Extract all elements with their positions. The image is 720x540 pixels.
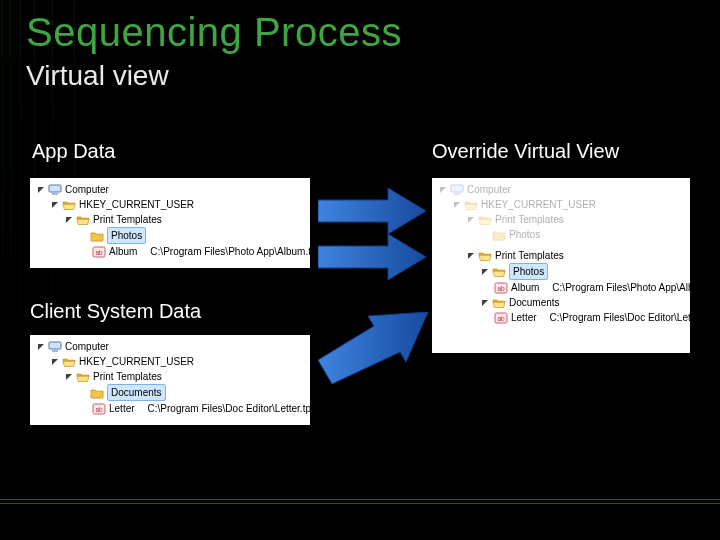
reg-string-icon	[494, 282, 508, 294]
tree-row[interactable]: Documents	[436, 295, 686, 310]
slide: Sequencing Process Virtual view App Data…	[0, 0, 720, 540]
folder-icon	[492, 229, 506, 241]
node-label: Print Templates	[495, 248, 564, 263]
reg-string-icon	[494, 312, 508, 324]
node-label: Print Templates	[93, 369, 162, 384]
folder-open-icon	[76, 371, 90, 383]
tree-row[interactable]: Documents	[34, 384, 306, 401]
node-label: HKEY_CURRENT_USER	[79, 197, 194, 212]
slide-title: Sequencing Process	[26, 10, 402, 55]
tree-row[interactable]: Photos	[436, 263, 686, 280]
arrow-icon	[318, 186, 428, 236]
tree-row[interactable]: Print Templates	[436, 212, 686, 227]
folder-open-icon	[492, 266, 506, 278]
chevron-down-icon[interactable]	[452, 201, 461, 209]
tree-client-system-data: Computer HKEY_CURRENT_USER Print Templat…	[30, 335, 310, 425]
node-label: HKEY_CURRENT_USER	[481, 197, 596, 212]
computer-icon	[48, 184, 62, 196]
node-label: Photos	[509, 227, 540, 242]
tree-row[interactable]: HKEY_CURRENT_USER	[436, 197, 686, 212]
value-name: Letter	[109, 401, 135, 416]
chevron-down-icon[interactable]	[466, 252, 475, 260]
chevron-down-icon[interactable]	[50, 201, 59, 209]
tree-row[interactable]: HKEY_CURRENT_USER	[34, 197, 306, 212]
chevron-down-icon[interactable]	[438, 186, 447, 194]
chevron-down-icon[interactable]	[50, 358, 59, 366]
value-data: C:\Program Files\Doc Editor\Letter.tpl	[148, 401, 314, 416]
tree-row[interactable]: Print Templates	[34, 212, 306, 227]
node-label: HKEY_CURRENT_USER	[79, 354, 194, 369]
tree-row[interactable]: Computer	[436, 182, 686, 197]
tree-row[interactable]: Letter C:\Program Files\Doc Editor\Lette…	[34, 401, 306, 416]
chevron-down-icon[interactable]	[466, 216, 475, 224]
chevron-down-icon[interactable]	[480, 268, 489, 276]
value-name: Album	[109, 244, 137, 259]
folder-open-icon	[478, 250, 492, 262]
tree-app-data: Computer HKEY_CURRENT_USER Print Templat…	[30, 178, 310, 268]
folder-open-icon	[464, 199, 478, 211]
reg-string-icon	[92, 403, 106, 415]
tree-row[interactable]: Print Templates	[34, 369, 306, 384]
tree-override-virtual-view: Computer HKEY_CURRENT_USER Print Templat…	[432, 178, 690, 353]
tree-row[interactable]: Photos	[436, 227, 686, 242]
node-label: Print Templates	[495, 212, 564, 227]
reg-string-icon	[92, 246, 106, 258]
tree-row[interactable]: Album C:\Program Files\Photo App\Album.t…	[436, 280, 686, 295]
tree-row[interactable]: Print Templates	[436, 248, 686, 263]
chevron-down-icon[interactable]	[36, 186, 45, 194]
folder-open-icon	[478, 214, 492, 226]
node-label: Print Templates	[93, 212, 162, 227]
tree-row[interactable]: Letter C:\Program Files\Doc Editor\Lette…	[436, 310, 686, 325]
tree-row[interactable]: Photos	[34, 227, 306, 244]
value-name: Letter	[511, 310, 537, 325]
chevron-down-icon[interactable]	[36, 343, 45, 351]
folder-open-icon	[62, 199, 76, 211]
tree-row[interactable]: HKEY_CURRENT_USER	[34, 354, 306, 369]
label-app-data: App Data	[32, 140, 115, 163]
footer-rule	[0, 499, 720, 504]
arrow-icon	[318, 232, 428, 282]
label-client-system-data: Client System Data	[30, 300, 201, 323]
folder-icon	[90, 230, 104, 242]
arrow-up-icon	[318, 312, 430, 384]
folder-open-icon	[62, 356, 76, 368]
value-data: C:\Program Files\Doc Editor\Letter.tpl	[550, 310, 716, 325]
value-name: Album	[511, 280, 539, 295]
value-data: C:\Program Files\Photo App\Album.tpl	[150, 244, 318, 259]
tree-row[interactable]: Album C:\Program Files\Photo App\Album.t…	[34, 244, 306, 259]
tree-row[interactable]: Computer	[34, 182, 306, 197]
chevron-down-icon[interactable]	[64, 216, 73, 224]
computer-icon	[48, 341, 62, 353]
folder-open-icon	[76, 214, 90, 226]
node-label: Documents	[509, 295, 560, 310]
value-data: C:\Program Files\Photo App\Album.tpl	[552, 280, 720, 295]
label-override-virtual-view: Override Virtual View	[432, 140, 619, 163]
node-label-selected: Photos	[509, 263, 548, 280]
node-label-selected: Documents	[107, 384, 166, 401]
folder-open-icon	[492, 297, 506, 309]
slide-subtitle: Virtual view	[26, 60, 169, 92]
node-label: Computer	[65, 339, 109, 354]
node-label: Computer	[467, 182, 511, 197]
node-label: Computer	[65, 182, 109, 197]
folder-icon	[90, 387, 104, 399]
chevron-down-icon[interactable]	[480, 299, 489, 307]
chevron-down-icon[interactable]	[64, 373, 73, 381]
node-label-selected: Photos	[107, 227, 146, 244]
computer-icon	[450, 184, 464, 196]
tree-row[interactable]: Computer	[34, 339, 306, 354]
